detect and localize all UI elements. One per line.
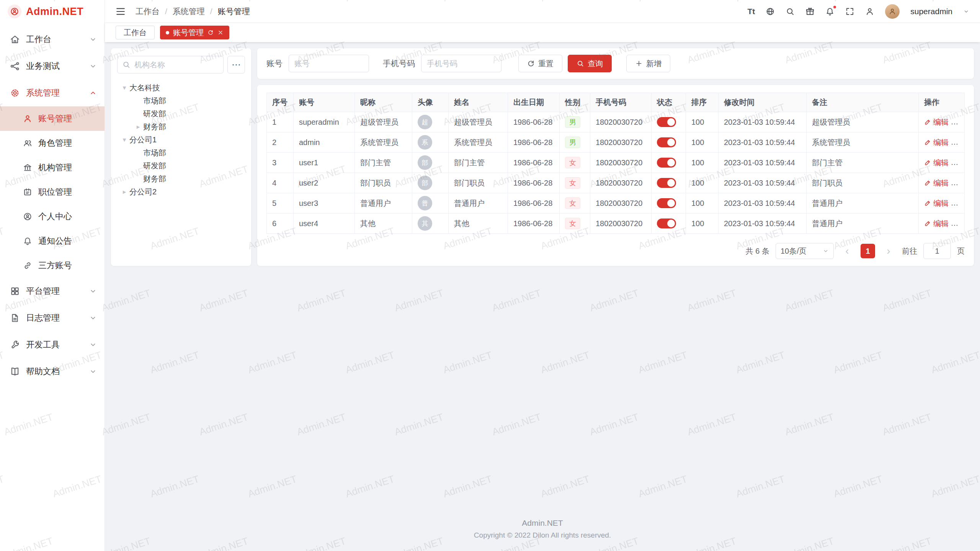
sidebar-item-org-management[interactable]: 机构管理: [0, 155, 105, 180]
page-content: ⋯ ▾ 大名科技 市场部 研发部: [105, 42, 980, 551]
tree-item[interactable]: ▸ 分公司2: [117, 185, 245, 198]
phone-filter-input[interactable]: [421, 55, 501, 72]
sidebar-menu: 工作台 业务测试 系统管理 账号管理 角色管理: [0, 23, 105, 551]
tab-workbench[interactable]: 工作台: [116, 26, 155, 39]
sidebar-item-platform-management[interactable]: 平台管理: [0, 278, 105, 305]
sidebar-item-label: 系统管理: [26, 87, 60, 99]
breadcrumb-item[interactable]: 系统管理: [173, 6, 205, 17]
gender-badge: 女: [565, 197, 580, 209]
current-page-button[interactable]: 1: [861, 244, 875, 258]
sidebar-item-business-test[interactable]: 业务测试: [0, 53, 105, 80]
profile-icon[interactable]: [865, 7, 874, 16]
users-icon: [23, 139, 32, 148]
status-toggle[interactable]: [657, 218, 676, 228]
org-more-button[interactable]: ⋯: [227, 56, 245, 73]
id-card-icon: [23, 187, 32, 197]
tab-refresh-icon[interactable]: [207, 29, 214, 36]
username[interactable]: superadmin: [910, 7, 952, 16]
cell-account: superadmin: [294, 112, 355, 132]
phone-filter-label: 手机号码: [383, 58, 415, 69]
account-filter-input[interactable]: [289, 55, 369, 72]
edit-button[interactable]: 编辑: [924, 158, 949, 168]
fullscreen-icon[interactable]: [845, 7, 854, 16]
chevron-down-icon[interactable]: [963, 8, 969, 15]
sidebar-item-role-management[interactable]: 角色管理: [0, 131, 105, 155]
status-toggle[interactable]: [657, 117, 676, 127]
cell-remark: 普通用户: [807, 214, 919, 234]
edit-button[interactable]: 编辑: [924, 117, 949, 127]
table-row: 2 admin 系统管理员 系 系统管理员 1986-06-28 男 18020…: [267, 132, 965, 153]
cell-account: admin: [294, 132, 355, 153]
tree-item[interactable]: 市场部: [117, 94, 245, 107]
logo[interactable]: Admin.NET: [0, 0, 105, 23]
page-size-select[interactable]: 10条/页: [776, 243, 834, 259]
sidebar-item-workbench[interactable]: 工作台: [0, 26, 105, 53]
sidebar-item-system-management[interactable]: 系统管理: [0, 80, 105, 106]
breadcrumb-separator: /: [165, 7, 167, 16]
plus-icon: [635, 60, 643, 67]
row-more-icon[interactable]: ⋯: [957, 158, 965, 167]
edit-button[interactable]: 编辑: [924, 178, 949, 188]
tree-caret-icon[interactable]: ▸: [133, 123, 143, 131]
status-toggle[interactable]: [657, 158, 676, 168]
sidebar-item-log-management[interactable]: 日志管理: [0, 305, 105, 331]
row-more-icon[interactable]: ⋯: [957, 179, 965, 187]
status-toggle[interactable]: [657, 198, 676, 208]
sidebar-item-account-management[interactable]: 账号管理: [0, 106, 105, 131]
language-globe-icon[interactable]: [766, 7, 775, 16]
theme-gift-icon[interactable]: [805, 7, 815, 16]
cell-nickname: 系统管理员: [355, 132, 412, 153]
query-button[interactable]: 查询: [568, 55, 612, 72]
row-more-icon[interactable]: ⋯: [957, 219, 965, 228]
sidebar-item-dev-tools[interactable]: 开发工具: [0, 331, 105, 358]
breadcrumb-item[interactable]: 工作台: [136, 6, 160, 17]
search-icon: [122, 60, 131, 69]
row-more-icon[interactable]: ⋯: [957, 138, 965, 147]
add-button[interactable]: 新增: [626, 55, 670, 72]
cell-birth-date: 1986-06-28: [508, 132, 560, 153]
edit-pencil-icon: [924, 119, 931, 126]
tree-caret-icon[interactable]: ▾: [119, 84, 129, 92]
font-size-icon[interactable]: Tt: [747, 7, 755, 16]
reset-button[interactable]: 重置: [518, 55, 562, 72]
tree-item[interactable]: ▾ 分公司1: [117, 133, 245, 146]
table-header-cell: 出生日期: [508, 93, 560, 112]
sidebar-item-third-party-account[interactable]: 三方账号: [0, 253, 105, 278]
tree-item[interactable]: 市场部: [117, 146, 245, 159]
status-toggle[interactable]: [657, 137, 676, 147]
next-page-button[interactable]: ›: [881, 244, 896, 258]
sidebar-item-notice[interactable]: 通知公告: [0, 229, 105, 253]
tree-item-label: 研发部: [143, 161, 166, 171]
tree-item[interactable]: ▾ 大名科技: [117, 81, 245, 94]
tree-item[interactable]: ▸ 财务部: [117, 120, 245, 133]
sidebar-item-personal-center[interactable]: 个人中心: [0, 204, 105, 229]
sidebar-item-position-management[interactable]: 职位管理: [0, 180, 105, 204]
cell-status: [652, 173, 686, 193]
page-unit-label: 页: [957, 246, 965, 256]
tree-item[interactable]: 研发部: [117, 107, 245, 120]
sidebar-item-help-docs[interactable]: 帮助文档: [0, 358, 105, 385]
notification-bell-icon[interactable]: [825, 7, 835, 16]
logo-text: Admin.NET: [26, 6, 83, 18]
table-row: 4 user2 部门职员 部 部门职员 1986-06-28 女 1802003…: [267, 173, 965, 193]
hamburger-menu-icon[interactable]: [116, 7, 126, 16]
search-icon[interactable]: [786, 7, 795, 16]
row-more-icon[interactable]: ⋯: [957, 118, 965, 126]
tree-item[interactable]: 财务部: [117, 172, 245, 185]
edit-button[interactable]: 编辑: [924, 218, 949, 229]
prev-page-button[interactable]: ‹: [840, 244, 854, 258]
goto-page-input[interactable]: [923, 243, 951, 259]
table-header-cell: 性别: [560, 93, 590, 112]
org-search-input[interactable]: [118, 56, 223, 73]
status-toggle[interactable]: [657, 178, 676, 188]
avatar[interactable]: [885, 4, 900, 19]
edit-button[interactable]: 编辑: [924, 137, 949, 148]
tree-item[interactable]: 研发部: [117, 159, 245, 172]
tree-caret-icon[interactable]: ▸: [119, 188, 129, 196]
tree-caret-icon[interactable]: ▾: [119, 136, 129, 144]
row-more-icon[interactable]: ⋯: [957, 199, 965, 207]
edit-button[interactable]: 编辑: [924, 198, 949, 209]
tab-label: 账号管理: [173, 28, 204, 38]
tab-account-management[interactable]: 账号管理: [160, 26, 229, 39]
tab-close-icon[interactable]: [217, 29, 224, 36]
